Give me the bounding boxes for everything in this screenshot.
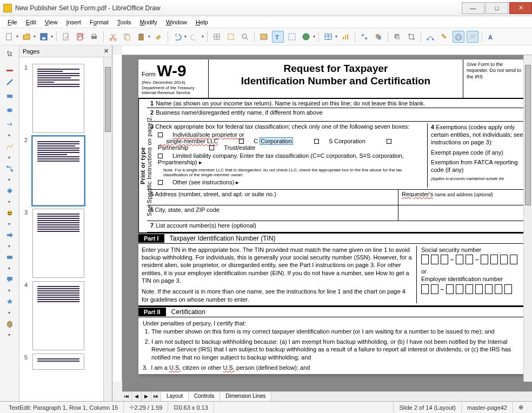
selected-text[interactable]: Corporation [260,137,292,145]
draw-functions-icon[interactable] [467,31,478,43]
textbox-icon[interactable]: T [272,31,284,43]
symbol-shapes-icon[interactable] [3,208,16,218]
flowchart-icon[interactable] [3,252,16,263]
fit-page-icon[interactable]: ⊕ [513,402,529,413]
page-thumb-2[interactable]: 2 [32,136,84,205]
menu-view[interactable]: View [42,18,61,26]
zoom-icon[interactable] [239,31,251,43]
fontwork-icon[interactable]: A [486,31,497,43]
field-line7: 7List account number(s) here (optional) [147,221,528,232]
pages-panel-title: Pages [23,48,39,55]
svg-rect-38 [11,170,13,171]
edit-file-icon[interactable] [60,31,72,43]
part2-body: Under penalties of perjury, I certify th… [138,317,528,374]
tab-dimension[interactable]: Dimension Lines [220,392,271,401]
3d-icon[interactable] [3,318,16,329]
callout-icon[interactable] [3,274,16,285]
stars-icon[interactable] [3,296,16,307]
helplines-icon[interactable] [225,31,237,43]
canvas-area: Form W-9 (Rev. December 2014) Department… [112,45,532,401]
align-icon[interactable] [358,31,370,43]
extrusion-icon[interactable] [453,31,464,43]
menu-modify[interactable]: Modify [136,18,160,26]
form-title-2: Identification Number and Certification [212,75,460,88]
close-panel-icon[interactable]: ✕ [104,48,109,55]
page-thumb-1[interactable]: 1 [32,64,84,133]
document-page[interactable]: Form W-9 (Rev. December 2014) Department… [138,59,528,374]
svg-rect-23 [345,35,346,39]
new-icon[interactable] [3,31,15,43]
next-tab-button[interactable]: ▶ [142,392,151,401]
menu-help[interactable]: Help [192,18,211,26]
tab-layout[interactable]: Layout [161,392,189,401]
redo-icon[interactable] [189,31,201,43]
svg-rect-42 [7,256,12,259]
pages-scrollbar[interactable] [103,57,112,401]
arrow-tool-icon[interactable] [3,119,16,130]
print-icon[interactable] [88,31,100,43]
horizontal-scrollbar[interactable] [271,392,532,401]
page-thumb-4[interactable]: 4 [32,281,84,350]
side-instruction: Print or typeSee Specific Instructions o… [138,99,147,232]
svg-rect-7 [92,34,96,36]
paste-icon[interactable] [135,31,147,43]
canvas[interactable]: Form W-9 (Rev. December 2014) Department… [122,55,532,391]
window-title: New Publisher Set Up Form.pdf - LibreOff… [15,4,461,12]
grid-icon[interactable] [211,31,223,43]
last-tab-button[interactable]: ⏭ [151,392,161,401]
svg-text:T: T [275,34,279,41]
menu-window[interactable]: Window [163,18,190,26]
arrange-icon[interactable] [373,31,384,43]
connector-tool-icon[interactable] [3,163,16,174]
close-button[interactable]: ✕ [509,2,532,14]
menu-format[interactable]: Format [87,18,112,26]
basic-shapes-icon[interactable] [3,185,16,196]
svg-rect-13 [140,34,142,35]
insert-box-icon[interactable] [286,31,298,43]
svg-rect-26 [365,37,367,39]
svg-point-41 [10,212,11,213]
menu-file[interactable]: File [4,18,21,26]
page-thumb-3[interactable]: 3 [32,209,84,278]
svg-point-17 [262,35,264,37]
curve-tool-icon[interactable] [3,141,16,152]
export-pdf-icon[interactable]: PDF [74,31,86,43]
block-arrows-icon[interactable] [3,230,16,241]
save-icon[interactable] [38,31,50,43]
first-tab-button[interactable]: ⏮ [122,392,132,401]
rect-tool-icon[interactable] [3,91,16,102]
tab-controls[interactable]: Controls [189,392,220,401]
form-irs: Internal Revenue Service [142,90,205,96]
chart-icon[interactable] [340,31,351,43]
line-color-icon[interactable] [3,63,16,74]
table-icon[interactable] [322,31,334,43]
clone-format-icon[interactable] [152,31,164,43]
menu-insert[interactable]: Insert [63,18,84,26]
minimize-button[interactable]: — [462,2,484,14]
horizontal-ruler[interactable] [122,45,532,55]
glue-icon[interactable] [438,31,450,43]
cut-icon[interactable] [107,31,119,43]
shadow-icon[interactable] [391,31,403,43]
titlebar: New Publisher Set Up Form.pdf - LibreOff… [0,0,532,16]
undo-icon[interactable] [171,31,183,43]
maximize-button[interactable]: □ [486,2,508,14]
prev-tab-button[interactable]: ◀ [132,392,142,401]
hyperlink-icon[interactable] [300,31,312,43]
svg-point-32 [433,38,434,40]
svg-text:PDF: PDF [78,33,84,39]
vertical-scrollbar[interactable] [523,55,532,382]
image-icon[interactable] [258,31,270,43]
line-tool-icon[interactable] [3,77,16,88]
vertical-ruler[interactable] [112,55,122,382]
page-thumb-5[interactable]: 5 [32,354,84,370]
copy-icon[interactable] [121,31,133,43]
ellipse-tool-icon[interactable] [3,105,16,116]
menu-edit[interactable]: Edit [23,18,39,26]
curve-edit-icon[interactable] [424,31,436,43]
menu-tools[interactable]: Tools [114,18,135,26]
svg-rect-11 [126,35,130,40]
crop-icon[interactable] [405,31,417,43]
select-tool-icon[interactable] [3,49,16,59]
open-icon[interactable] [21,31,32,43]
